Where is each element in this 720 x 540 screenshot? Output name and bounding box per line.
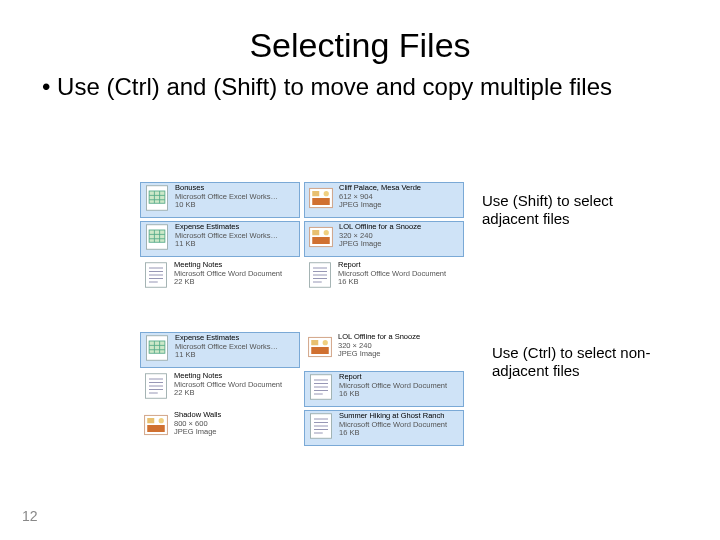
annot-top-pre: Use [482,192,513,209]
file-meta: LOL Offline for a Snooze320 × 240JPEG Im… [338,333,420,359]
file-meta: BonusesMicrosoft Office Excel Works…10 K… [175,184,278,210]
file-size: JPEG Image [338,350,420,359]
annot-bot-key: (Ctrl) [523,344,556,361]
jpeg-file-icon [142,411,170,439]
file-item[interactable]: Summer Hiking at Ghost RanchMicrosoft Of… [304,410,464,446]
word-file-icon [307,412,335,440]
file-item[interactable]: Meeting NotesMicrosoft Office Word Docum… [140,371,300,407]
excel-file-icon [143,184,171,212]
annot-bot-pre: Use [492,344,523,361]
svg-rect-40 [311,347,329,354]
file-item[interactable]: Shadow Walls800 × 600JPEG Image [140,410,300,446]
ctrl-key: (Ctrl) [106,73,159,100]
svg-rect-55 [147,418,154,423]
svg-rect-8 [312,198,330,205]
jpeg-file-icon [307,223,335,251]
bullet-text-rest: to move and copy multiple files [277,73,612,100]
file-meta: Cliff Palace, Mesa Verde612 × 904JPEG Im… [339,184,421,210]
file-grid-shift-example: BonusesMicrosoft Office Excel Works…10 K… [140,182,464,296]
file-size: JPEG Image [339,240,421,249]
file-size: JPEG Image [174,428,221,437]
file-item[interactable]: Expense EstimatesMicrosoft Office Excel … [140,332,300,368]
file-item[interactable]: LOL Offline for a Snooze320 × 240JPEG Im… [304,332,464,368]
svg-point-57 [159,418,164,423]
file-item[interactable]: Expense EstimatesMicrosoft Office Excel … [140,221,300,257]
file-meta: ReportMicrosoft Office Word Document16 K… [338,261,446,287]
file-item[interactable]: Meeting NotesMicrosoft Office Word Docum… [140,260,300,296]
file-size: 16 KB [339,429,447,438]
file-size: 16 KB [339,390,447,399]
svg-rect-18 [312,237,330,244]
file-meta: Meeting NotesMicrosoft Office Word Docum… [174,261,282,287]
annotation-shift: Use (Shift) to select adjacent files [482,192,652,228]
excel-file-icon [143,223,171,251]
jpeg-file-icon [307,184,335,212]
slide: Selecting Files Use (Ctrl) and (Shift) t… [0,0,720,540]
word-file-icon [142,372,170,400]
file-item[interactable]: ReportMicrosoft Office Word Document16 K… [304,260,464,296]
jpeg-file-icon [306,333,334,361]
file-item[interactable]: Cliff Palace, Mesa Verde612 × 904JPEG Im… [304,182,464,218]
svg-rect-7 [312,191,319,196]
main-bullet: Use (Ctrl) and (Shift) to move and copy … [0,65,720,101]
file-meta: Meeting NotesMicrosoft Office Word Docum… [174,372,282,398]
file-size: 16 KB [338,278,446,287]
word-file-icon [307,373,335,401]
svg-rect-56 [147,425,165,432]
page-number: 12 [22,508,38,524]
file-meta: LOL Offline for a Snooze320 × 240JPEG Im… [339,223,421,249]
svg-point-19 [324,230,329,235]
file-meta: Summer Hiking at Ghost RanchMicrosoft Of… [339,412,447,438]
word-file-icon [142,261,170,289]
shift-key: (Shift) [213,73,277,100]
file-item[interactable]: LOL Offline for a Snooze320 × 240JPEG Im… [304,221,464,257]
file-item[interactable]: BonusesMicrosoft Office Excel Works…10 K… [140,182,300,218]
file-meta: Shadow Walls800 × 600JPEG Image [174,411,221,437]
file-size: 22 KB [174,278,282,287]
file-meta: Expense EstimatesMicrosoft Office Excel … [175,334,278,360]
bullet-text-mid: and [160,73,213,100]
file-size: 22 KB [174,389,282,398]
file-size: 11 KB [175,240,278,249]
word-file-icon [306,261,334,289]
file-size: 11 KB [175,351,278,360]
svg-rect-1 [149,191,165,203]
page-title: Selecting Files [0,0,720,65]
file-size: 10 KB [175,201,278,210]
file-item[interactable]: ReportMicrosoft Office Word Document16 K… [304,371,464,407]
svg-rect-17 [312,230,319,235]
file-size: JPEG Image [339,201,421,210]
excel-file-icon [143,334,171,362]
annotation-ctrl: Use (Ctrl) to select non-adjacent files [492,344,662,380]
file-meta: Expense EstimatesMicrosoft Office Excel … [175,223,278,249]
annot-top-key: (Shift) [513,192,553,209]
svg-point-9 [324,191,329,196]
svg-rect-33 [149,341,165,353]
file-grid-ctrl-example: Expense EstimatesMicrosoft Office Excel … [140,332,464,446]
svg-point-41 [323,340,328,345]
svg-rect-11 [149,230,165,242]
svg-rect-39 [311,340,318,345]
bullet-text-pre: Use [57,73,106,100]
file-meta: ReportMicrosoft Office Word Document16 K… [339,373,447,399]
